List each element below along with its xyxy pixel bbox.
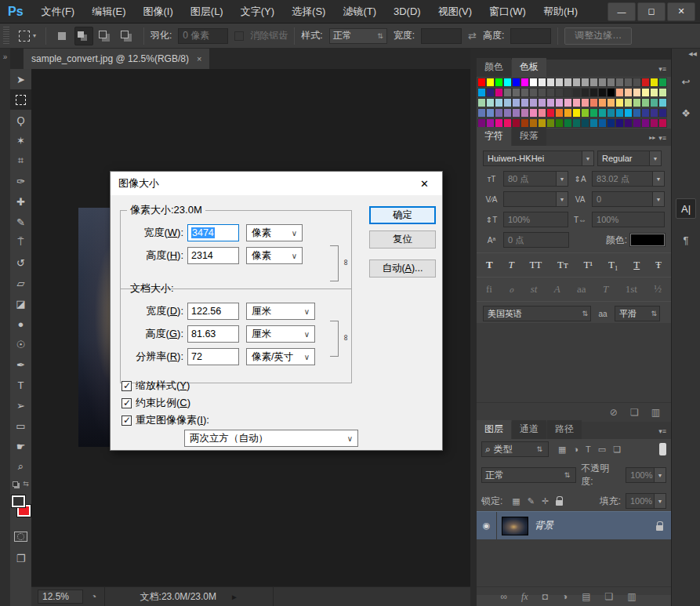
color-swatch[interactable]	[520, 78, 529, 87]
menu-item[interactable]: 文字(Y)	[232, 5, 283, 17]
fractions-button[interactable]: ½	[654, 283, 662, 296]
fill-select[interactable]: 100%▼	[626, 493, 666, 509]
menu-item[interactable]: 图像(I)	[135, 5, 182, 17]
color-swatch[interactable]	[555, 98, 564, 107]
color-swatch[interactable]	[598, 118, 607, 128]
move-tool[interactable]: ➤	[10, 69, 31, 89]
color-swatch[interactable]	[589, 108, 598, 118]
intersect-selection-mode-icon[interactable]	[118, 27, 137, 45]
tab-swatches[interactable]: 色板	[512, 58, 546, 77]
color-swatch[interactable]	[538, 88, 546, 97]
close-tab-icon[interactable]: ×	[197, 54, 201, 64]
color-swatch[interactable]	[572, 108, 581, 118]
brush-tool[interactable]: ✎	[10, 212, 31, 232]
color-swatch[interactable]	[477, 108, 486, 118]
color-swatch[interactable]	[564, 88, 572, 97]
color-swatch[interactable]	[538, 108, 546, 118]
standard-ligatures-button[interactable]: fi	[486, 283, 492, 296]
color-swatch[interactable]	[572, 118, 581, 128]
color-swatch[interactable]	[564, 118, 572, 128]
color-swatch[interactable]	[564, 108, 572, 118]
color-swatch[interactable]	[589, 118, 598, 128]
color-swatch[interactable]	[624, 118, 633, 128]
color-swatch[interactable]	[615, 78, 624, 87]
constrain-proportions-checkbox[interactable]	[122, 398, 132, 408]
color-swatch[interactable]	[512, 108, 520, 118]
menu-item[interactable]: 视图(V)	[430, 5, 481, 17]
color-swatch[interactable]	[650, 98, 658, 107]
strikethrough-button[interactable]: Ŧ	[655, 259, 662, 271]
auto-button[interactable]: 自动(A)...	[369, 259, 436, 278]
stylistic-alternates-button[interactable]: aa	[577, 283, 586, 296]
history-brush-tool[interactable]: ↺	[10, 252, 31, 273]
color-swatch[interactable]	[650, 118, 658, 128]
rectangular-marquee-tool[interactable]	[10, 89, 31, 110]
color-swatch[interactable]	[503, 88, 512, 97]
dialog-title-bar[interactable]: 图像大小 ✕	[111, 172, 442, 195]
materials-panel-icon[interactable]: ❖	[676, 103, 696, 123]
color-swatch[interactable]	[650, 108, 658, 118]
tab-character[interactable]: 字符	[477, 127, 511, 146]
color-swatch[interactable]	[546, 98, 555, 107]
color-swatch[interactable]	[615, 88, 624, 97]
new-style-icon[interactable]: ❏	[630, 407, 639, 418]
faux-bold-button[interactable]: T	[486, 259, 493, 271]
color-swatch[interactable]	[529, 88, 538, 97]
color-swatch[interactable]	[607, 98, 615, 107]
type-layer-filter-icon[interactable]: T	[586, 445, 591, 455]
lock-all-icon[interactable]	[556, 500, 563, 506]
color-swatch[interactable]	[589, 98, 598, 107]
crop-tool[interactable]: ⌗	[10, 151, 31, 171]
tab-layers[interactable]: 图层	[477, 420, 511, 439]
adjustment-layer-filter-icon[interactable]: ◑	[573, 445, 578, 455]
hand-tool[interactable]: ☛	[10, 436, 31, 456]
document-tab[interactable]: sample_convert.jpg @ 12.5%(RGB/8) ×	[24, 49, 209, 69]
color-swatch[interactable]	[503, 78, 512, 87]
zoom-tool[interactable]: ⌕	[10, 456, 31, 477]
layer-thumbnail[interactable]	[502, 517, 528, 535]
color-swatch[interactable]	[503, 108, 512, 118]
healing-brush-tool[interactable]: ✚	[10, 191, 31, 212]
underline-button[interactable]: T	[633, 259, 640, 271]
menu-item[interactable]: 编辑(E)	[83, 5, 134, 17]
scale-styles-checkbox[interactable]	[122, 381, 132, 391]
minimize-button[interactable]: —	[608, 2, 636, 21]
color-swatch[interactable]	[555, 88, 564, 97]
collapse-panel-icon[interactable]: ▸▸	[649, 134, 658, 146]
opacity-select[interactable]: 100%▼	[626, 467, 666, 483]
expand-tools-icon[interactable]: »	[3, 53, 8, 61]
color-swatch[interactable]	[650, 78, 658, 87]
character-panel-icon[interactable]: A|	[676, 198, 696, 219]
lasso-tool[interactable]: Ϙ	[10, 110, 31, 130]
color-swatch[interactable]	[607, 118, 615, 128]
shape-layer-filter-icon[interactable]: ▭	[598, 445, 606, 455]
menu-item[interactable]: 滤镜(T)	[334, 5, 385, 17]
lock-position-icon[interactable]: ✛	[542, 496, 549, 506]
color-swatch[interactable]	[495, 108, 503, 118]
kerning-select[interactable]: ▼	[503, 191, 568, 207]
color-swatch[interactable]	[658, 88, 667, 97]
superscript-button[interactable]: T¹	[583, 259, 593, 271]
color-swatch[interactable]	[641, 118, 650, 128]
add-to-selection-mode-icon[interactable]	[74, 27, 93, 45]
color-swatch[interactable]	[546, 88, 555, 97]
ordinals-button[interactable]: 1st	[626, 283, 637, 296]
resample-method-select[interactable]: 两次立方（自动） ∨	[184, 430, 358, 447]
pixel-height-input[interactable]: 2314	[187, 247, 239, 264]
menu-item[interactable]: 图层(L)	[182, 5, 232, 17]
color-swatch[interactable]	[624, 108, 633, 118]
small-caps-button[interactable]: Tᴛ	[557, 259, 568, 271]
color-swatch[interactable]	[477, 98, 486, 107]
dodge-tool[interactable]: ☉	[10, 334, 31, 354]
color-swatch[interactable]	[520, 108, 529, 118]
color-swatch[interactable]	[546, 108, 555, 118]
smart-object-filter-icon[interactable]: ❏	[613, 445, 621, 455]
color-swatch[interactable]	[641, 88, 650, 97]
clone-stamp-tool[interactable]: ⍑	[10, 232, 31, 252]
color-swatch[interactable]	[658, 118, 667, 128]
color-swatch[interactable]	[520, 88, 529, 97]
vertical-scale-input[interactable]: 100%	[503, 212, 568, 227]
color-swatch[interactable]	[512, 98, 520, 107]
menu-item[interactable]: 帮助(H)	[535, 5, 586, 17]
all-caps-button[interactable]: TT	[529, 259, 542, 271]
